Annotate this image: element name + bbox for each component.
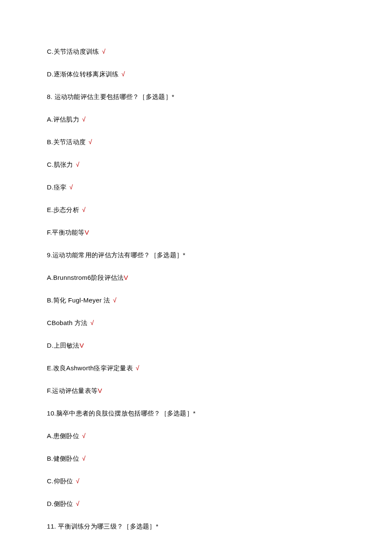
text-line: E.步态分析 √ [47,205,345,214]
text-line: F.平衡功能等V [47,228,345,237]
line-text: C.关节活动度训练 [47,48,101,55]
check-icon: √ [69,183,73,191]
text-line: A.患侧卧位 √ [47,431,345,440]
text-line: E.改良Ashworth痉挛评定量表 √ [47,363,345,372]
check-icon: √ [76,500,80,507]
line-text: A.Brunnstrom6阶段评估法 [47,274,124,281]
text-line: A.Brunnstrom6阶段评估法V [47,273,345,282]
text-line: 10.脑卒中患者的良肢位摆放包括哪些？［多选题］* [47,409,345,418]
line-text: C.肌张力 [47,161,75,168]
check-icon: √ [102,48,106,55]
line-text: B.健侧卧位 [47,455,81,462]
check-icon: √ [82,116,86,123]
text-line: B.健侧卧位 √ [47,454,345,463]
text-line: B.简化 Fugl-Meyer 法 √ [47,296,345,305]
check-icon: √ [136,364,140,372]
line-text: 9.运动功能常用的评估方法有哪些？［多选题］* [47,251,185,259]
check-icon: √ [113,296,117,304]
line-text: F.运动评估量表等 [47,387,98,394]
line-text: E.步态分析 [47,206,81,213]
text-line: C.仰卧位 √ [47,477,345,485]
v-mark: V [124,274,128,281]
check-icon: √ [76,161,80,168]
text-line: 11. 平衡训练分为哪三级？［多选题］* [47,522,345,531]
text-line: CBobath 方法 √ [47,318,345,327]
text-line: 9.运动功能常用的评估方法有哪些？［多选题］* [47,250,345,259]
line-text: D.痉挛 [47,183,69,191]
check-icon: √ [121,70,125,78]
line-text: D.逐渐体位转移离床训练 [47,70,121,78]
line-text: 11. 平衡训练分为哪三级？［多选题］* [47,523,159,530]
line-text: CBobath 方法 [47,319,89,326]
v-mark: V [98,387,102,394]
check-icon: √ [90,319,94,326]
text-line: C.关节活动度训练 √ [47,47,345,56]
text-line: B.关节活动度 √ [47,137,345,146]
check-icon: √ [82,455,86,462]
text-line: C.肌张力 √ [47,160,345,169]
document-page: C.关节活动度训练 √D.逐渐体位转移离床训练 √8. 运动功能评估主要包括哪些… [0,0,392,555]
line-text: A.患侧卧位 [47,432,81,439]
text-line: A.评估肌力 √ [47,115,345,124]
text-line: D.上田敏法V [47,341,345,350]
line-text: 8. 运动功能评估主要包括哪些？［多选题］* [47,93,174,100]
line-text: D.上田敏法 [47,342,80,349]
check-icon: √ [82,206,86,213]
line-text: B.关节活动度 [47,138,88,145]
v-mark: V [85,229,89,236]
text-line: 8. 运动功能评估主要包括哪些？［多选题］* [47,92,345,101]
line-text: D.侧卧位 [47,500,75,507]
line-text: F.平衡功能等 [47,229,85,236]
check-icon: √ [76,477,80,485]
text-line: D.逐渐体位转移离床训练 √ [47,70,345,78]
line-text: C.仰卧位 [47,477,75,485]
line-text: 10.脑卒中患者的良肢位摆放包括哪些？［多选题］* [47,410,196,417]
check-icon: √ [82,432,86,439]
line-text: E.改良Ashworth痉挛评定量表 [47,364,135,372]
text-line: D.痉挛 √ [47,183,345,192]
text-line: F.运动评估量表等V [47,386,345,395]
v-mark: V [80,342,84,349]
line-text: A.评估肌力 [47,116,81,123]
line-text: B.简化 Fugl-Meyer 法 [47,296,112,304]
check-icon: √ [89,138,92,145]
text-line: D.侧卧位 √ [47,499,345,508]
